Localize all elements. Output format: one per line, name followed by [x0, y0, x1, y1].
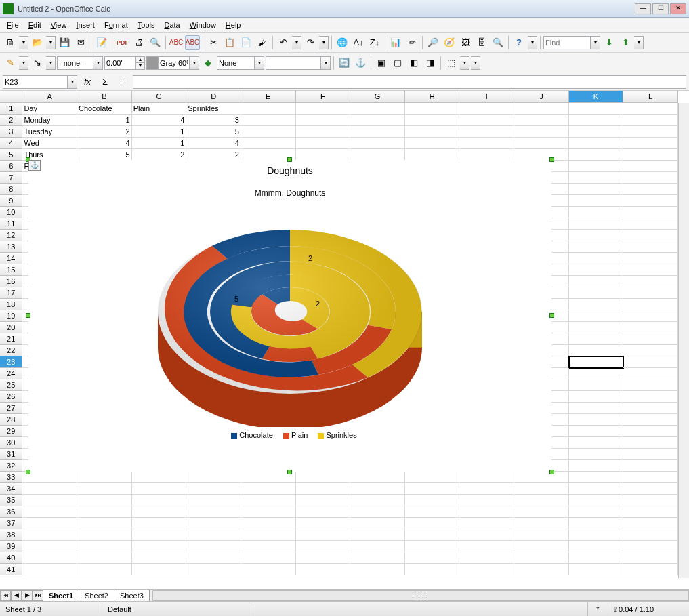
cell[interactable]	[350, 541, 405, 552]
bring-front-icon[interactable]: ▣	[374, 56, 389, 70]
row-header[interactable]: 17	[0, 287, 22, 299]
cell[interactable]	[514, 552, 569, 564]
area-fill-dropdown[interactable]: ▾	[255, 56, 264, 70]
cell[interactable]	[623, 126, 678, 138]
function-equals-icon[interactable]: =	[115, 75, 130, 89]
row-header[interactable]: 30	[0, 437, 22, 449]
cell[interactable]: Sprinkles	[186, 103, 241, 115]
cell[interactable]	[296, 126, 351, 138]
drawing-toolbar-overflow[interactable]: ▾	[471, 56, 480, 70]
cell[interactable]	[623, 230, 678, 241]
cell[interactable]	[623, 218, 678, 230]
cell[interactable]	[569, 541, 624, 552]
cell[interactable]	[405, 103, 460, 115]
cell[interactable]	[350, 506, 405, 518]
cell[interactable]	[569, 103, 624, 115]
line-color-select[interactable]	[159, 56, 190, 70]
cell[interactable]	[241, 115, 296, 126]
cell[interactable]	[350, 483, 405, 495]
width-up[interactable]: ▲	[135, 56, 145, 63]
cell[interactable]	[22, 483, 77, 495]
name-box[interactable]	[3, 75, 68, 89]
row-header[interactable]: 14	[0, 253, 22, 264]
new-doc-icon[interactable]: 🗎	[3, 35, 18, 50]
cell[interactable]	[569, 276, 624, 287]
cell[interactable]	[296, 472, 351, 483]
cell[interactable]	[623, 426, 678, 437]
cell[interactable]	[459, 564, 514, 575]
row-header[interactable]: 11	[0, 218, 22, 230]
cell[interactable]	[405, 552, 460, 564]
cell[interactable]	[459, 529, 514, 541]
chart-handle-tc[interactable]	[287, 157, 292, 162]
row-header[interactable]: 3	[0, 126, 22, 138]
cell[interactable]	[623, 356, 678, 368]
cell[interactable]	[405, 541, 460, 552]
edit-points-icon[interactable]: ✎	[3, 56, 18, 70]
cell[interactable]: 1	[132, 138, 187, 149]
cell[interactable]	[459, 495, 514, 506]
chart-handle-bc[interactable]	[287, 470, 292, 474]
cell[interactable]: 3	[186, 115, 241, 126]
cell[interactable]: 5	[77, 149, 132, 161]
cell[interactable]	[459, 115, 514, 126]
cell[interactable]	[569, 552, 624, 564]
row-header[interactable]: 18	[0, 299, 22, 310]
cell[interactable]	[569, 449, 624, 460]
cell[interactable]: Plain	[132, 103, 187, 115]
cell[interactable]	[296, 552, 351, 564]
cell[interactable]	[623, 541, 678, 552]
cell[interactable]	[350, 115, 405, 126]
chart-handle-tr[interactable]	[549, 157, 554, 162]
row-header[interactable]: 20	[0, 322, 22, 333]
cell[interactable]	[77, 495, 132, 506]
cell[interactable]	[569, 253, 624, 264]
cell[interactable]	[405, 518, 460, 529]
cell[interactable]	[77, 472, 132, 483]
find-dropdown[interactable]: ▾	[591, 36, 600, 49]
line-style-dropdown[interactable]: ▾	[93, 56, 103, 70]
cell[interactable]	[350, 138, 405, 149]
cell[interactable]	[623, 379, 678, 391]
cell[interactable]	[405, 149, 460, 161]
autospell-icon[interactable]: ABC	[185, 35, 200, 50]
cell[interactable]	[296, 495, 351, 506]
line-width-input[interactable]	[104, 56, 135, 70]
cell[interactable]: 2	[186, 149, 241, 161]
cell[interactable]	[569, 207, 624, 218]
cell[interactable]	[569, 138, 624, 149]
chart-handle-ml[interactable]	[26, 313, 30, 318]
row-header[interactable]: 39	[0, 541, 22, 552]
row-header[interactable]: 28	[0, 414, 22, 426]
cell[interactable]	[514, 518, 569, 529]
cell[interactable]	[350, 529, 405, 541]
cell[interactable]	[22, 495, 77, 506]
col-header-C[interactable]: C	[132, 91, 187, 102]
navigator-icon[interactable]: 🧭	[442, 35, 457, 50]
cell[interactable]	[405, 138, 460, 149]
cell[interactable]: 2	[132, 149, 187, 161]
find-toolbar-overflow[interactable]: ▾	[634, 36, 644, 49]
cell[interactable]	[569, 437, 624, 449]
find-input[interactable]	[543, 36, 591, 49]
cell[interactable]	[569, 345, 624, 356]
cell[interactable]	[623, 276, 678, 287]
width-down[interactable]: ▼	[135, 63, 145, 70]
cell[interactable]	[186, 506, 241, 518]
datasources-icon[interactable]: 🗄	[474, 35, 489, 50]
cell[interactable]	[623, 368, 678, 379]
cell[interactable]	[569, 495, 624, 506]
cell[interactable]	[569, 218, 624, 230]
row-header[interactable]: 26	[0, 391, 22, 403]
cell[interactable]	[132, 518, 187, 529]
row-header[interactable]: 37	[0, 518, 22, 529]
cell[interactable]	[623, 403, 678, 414]
cell[interactable]	[623, 414, 678, 426]
close-button[interactable]: ✕	[670, 3, 686, 14]
preview-icon[interactable]: 🔍	[148, 35, 163, 50]
chart-handle-mr[interactable]	[549, 313, 554, 318]
cell[interactable]	[569, 426, 624, 437]
cell[interactable]	[514, 506, 569, 518]
cell[interactable]	[623, 172, 678, 184]
cell[interactable]	[405, 115, 460, 126]
